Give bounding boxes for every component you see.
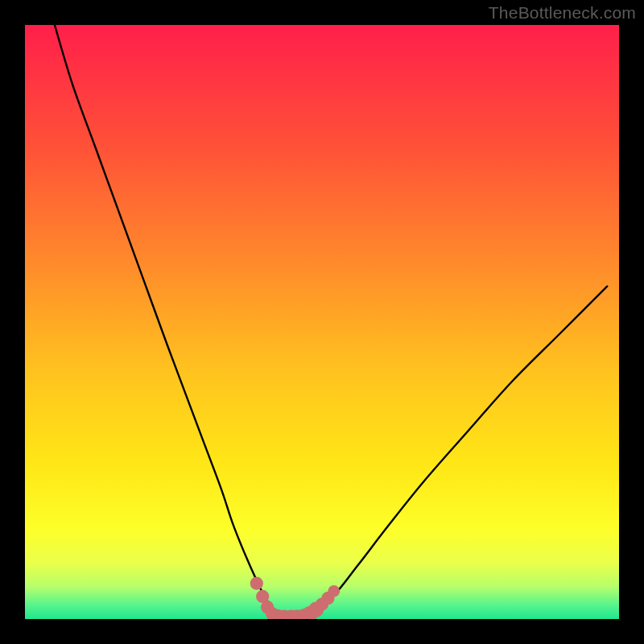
trough-marker	[328, 585, 340, 597]
plot-frame	[25, 25, 619, 619]
chart-stage: TheBottleneck.com	[0, 0, 644, 644]
gradient-background	[25, 25, 619, 619]
trough-marker	[250, 577, 263, 590]
watermark-text: TheBottleneck.com	[489, 3, 636, 23]
bottleneck-plot-svg	[25, 25, 619, 619]
